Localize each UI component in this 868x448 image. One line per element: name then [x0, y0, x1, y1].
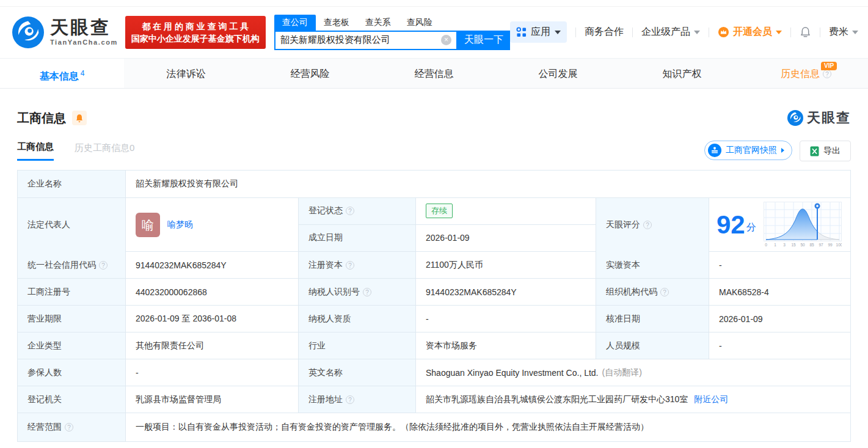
- chart-x-ticks: 0 1 3 15 50 85 97 99 100: [765, 243, 842, 247]
- nav-enterprise-products[interactable]: 企业级产品: [641, 26, 700, 39]
- reg-authority-value: 乳源县市场监督管理局: [126, 386, 299, 413]
- legal-rep-label: 法定代表人: [18, 198, 126, 252]
- business-scope-label: 经营范围?: [18, 413, 126, 441]
- tianyancha-eye-icon: [787, 110, 803, 126]
- search-tabs: 查公司 查老板 查关系 查风险: [274, 15, 510, 31]
- chevron-down-icon: [555, 31, 561, 34]
- help-icon[interactable]: ?: [65, 423, 73, 431]
- tab-operating-info[interactable]: 经营信息: [372, 59, 496, 88]
- search-box: ×: [274, 31, 458, 50]
- tab-intellectual-property[interactable]: 知识产权: [620, 59, 744, 88]
- credit-code-value: 91440232MAK685284Y: [126, 252, 299, 278]
- svg-text:50: 50: [800, 243, 805, 247]
- industry-value: 资本市场服务: [416, 332, 596, 359]
- table-row: 参保人数 - 英文名称 Shaoguan Xinyao Equity Inves…: [18, 359, 850, 386]
- search-input[interactable]: [275, 35, 441, 45]
- section-title: 工商信息: [17, 110, 66, 127]
- header: 天眼查 TianYanCha.com 都 在 用 的 商 业 查 询 工 具 国…: [0, 0, 868, 58]
- subtab-business-info[interactable]: 工商信息: [17, 141, 54, 161]
- svg-text:1: 1: [774, 243, 776, 247]
- help-icon[interactable]: ?: [99, 261, 108, 270]
- search-tab-company[interactable]: 查公司: [274, 15, 316, 31]
- taxpayer-id-label: 纳税人识别号?: [299, 279, 416, 305]
- score-value: 92: [717, 212, 745, 238]
- user-menu[interactable]: 费米: [829, 26, 858, 39]
- tab-count-badge: 4: [81, 69, 85, 78]
- subtab-history-business-info[interactable]: 历史工商信息0: [75, 142, 134, 160]
- search-submit-button[interactable]: 天眼一下: [458, 31, 510, 50]
- search-tab-boss[interactable]: 查老板: [316, 15, 357, 31]
- help-icon[interactable]: ?: [346, 261, 354, 270]
- orange-bell-icon: [75, 114, 84, 123]
- svg-text:97: 97: [819, 243, 823, 247]
- tab-basic-info[interactable]: 基本信息4: [0, 59, 124, 88]
- monitor-bell-button[interactable]: [72, 111, 87, 125]
- tab-operating-risk[interactable]: 经营风险: [248, 59, 372, 88]
- english-name-label: 英文名称: [299, 359, 416, 386]
- address-label: 注册地址?: [299, 386, 416, 413]
- reg-capital-value: 21100万人民币: [416, 252, 596, 278]
- table-row: 营业期限 2026-01-09 至 2036-01-08 纳税人资质 - 核准日…: [18, 306, 850, 332]
- score-distribution-chart[interactable]: 0 1 3 15 50 85 97 99 100: [764, 202, 842, 248]
- legal-rep-link[interactable]: 喻梦旸: [167, 219, 193, 230]
- company-name-value: 韶关新耀股权投资有限公司: [126, 171, 850, 197]
- org-code-label: 组织机构代码?: [596, 279, 709, 305]
- insured-label: 参保人数: [18, 359, 126, 386]
- top-nav: 应用 商务合作 企业级产品 开通会员 费米: [510, 21, 858, 43]
- help-icon[interactable]: ?: [346, 207, 354, 215]
- search-tab-risk[interactable]: 查风险: [399, 15, 440, 31]
- export-button[interactable]: 导出: [800, 141, 851, 161]
- table-row: 企业类型 其他有限责任公司 行业 资本市场服务 人员规模 -: [18, 332, 850, 359]
- nav-open-vip[interactable]: 开通会员: [718, 26, 782, 39]
- arrow-right-icon: [781, 148, 784, 153]
- logo-domain: TianYanCha.com: [50, 39, 118, 46]
- reg-authority-label: 登记机关: [18, 386, 126, 413]
- username: 费米: [829, 26, 848, 39]
- svg-text:85: 85: [809, 243, 814, 247]
- business-term-value: 2026-01-09 至 2036-01-08: [126, 306, 299, 332]
- business-scope-value: 一般项目：以自有资金从事投资活动；自有资金投资的资产管理服务。（除依法须经批准的…: [126, 413, 850, 441]
- insured-value: -: [126, 359, 299, 386]
- table-row: 登记机关 乳源县市场监督管理局 注册地址? 韶关市乳源瑶族自治县乳城镇侯公渡东阳…: [18, 386, 850, 413]
- approval-date-label: 核准日期: [596, 306, 709, 332]
- help-icon[interactable]: ?: [643, 221, 652, 229]
- help-icon[interactable]: ?: [823, 70, 831, 78]
- help-icon[interactable]: ?: [363, 288, 371, 296]
- bell-icon: [800, 26, 811, 39]
- excel-icon: [810, 146, 819, 156]
- english-name-value: Shaoguan Xinyao Equity Investment Co., L…: [416, 359, 850, 386]
- notifications-button[interactable]: [800, 26, 811, 39]
- legal-rep-avatar[interactable]: 喻: [136, 213, 160, 237]
- search-area: 查公司 查老板 查关系 查风险 × 天眼一下: [274, 15, 510, 50]
- watermark-text: 天眼查: [807, 109, 851, 127]
- svg-text:100: 100: [836, 243, 841, 247]
- reg-status-value: 存续: [416, 198, 596, 224]
- stamp-icon: [708, 144, 721, 157]
- tab-company-development[interactable]: 公司发展: [496, 59, 620, 88]
- company-type-label: 企业类型: [18, 332, 126, 359]
- nearby-companies-link[interactable]: 附近公司: [694, 394, 728, 405]
- nav-business-cooperation[interactable]: 商务合作: [585, 26, 624, 39]
- company-type-value: 其他有限责任公司: [126, 332, 299, 359]
- industry-label: 行业: [299, 332, 416, 359]
- search-tab-relation[interactable]: 查关系: [357, 15, 399, 31]
- slogan-banner: 都 在 用 的 商 业 查 询 工 具 国家中小企业发展子基金旗下机构: [125, 16, 266, 49]
- section-head: 工商信息 天眼查: [17, 109, 851, 127]
- business-info-table: 企业名称 韶关新耀股权投资有限公司 法定代表人 喻 喻梦旸 登记状态? 存续 成…: [17, 170, 851, 442]
- clear-search-icon[interactable]: ×: [441, 35, 451, 45]
- apps-menu-button[interactable]: 应用: [510, 21, 567, 43]
- tianyancha-logo[interactable]: 天眼查 TianYanCha.com: [12, 17, 118, 48]
- tianyancha-eye-icon: [12, 17, 44, 48]
- reg-number-label: 工商注册号: [18, 279, 126, 305]
- table-row: 企业名称 韶关新耀股权投资有限公司: [18, 171, 850, 198]
- approval-date-value: 2026-01-09: [709, 306, 850, 332]
- help-icon[interactable]: ?: [660, 288, 669, 296]
- tab-history-info[interactable]: 历史信息VIP?: [744, 59, 868, 88]
- table-row: 经营范围? 一般项目：以自有资金从事投资活动；自有资金投资的资产管理服务。（除依…: [18, 413, 850, 441]
- business-term-label: 营业期限: [18, 306, 126, 332]
- official-snapshot-button[interactable]: 工商官网快照: [704, 141, 792, 160]
- reg-number-value: 440232000062868: [126, 279, 299, 305]
- taxpayer-quality-value: -: [416, 306, 596, 332]
- help-icon[interactable]: ?: [346, 395, 354, 404]
- tab-legal-proceedings[interactable]: 法律诉讼: [124, 59, 248, 88]
